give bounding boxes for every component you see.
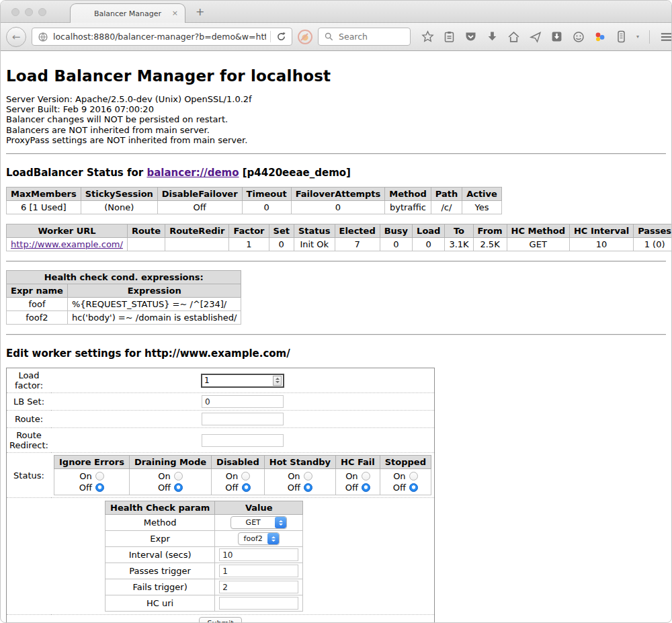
hc-header-row: Health Check param Value <box>106 501 303 515</box>
search-bar[interactable] <box>318 28 411 46</box>
cell-from: 2.5K <box>473 238 507 251</box>
zoom-window-button[interactable] <box>38 8 46 16</box>
hc-fails-row: Fails trigger) <box>106 579 303 595</box>
palette-addon-icon[interactable] <box>593 30 606 43</box>
reading-list-icon[interactable] <box>443 30 456 43</box>
on-label: On <box>226 470 238 482</box>
field-label: LB Set: <box>7 393 52 411</box>
new-tab-button[interactable]: + <box>196 5 204 18</box>
table-header-row: Worker URL Route RouteRedir Factor Set S… <box>7 224 672 238</box>
hc-fails-input[interactable] <box>219 581 298 593</box>
column-header: Ignore Errors <box>54 456 130 469</box>
close-window-button[interactable] <box>11 8 19 16</box>
bookmark-star-icon[interactable] <box>421 30 434 43</box>
load-factor-input[interactable] <box>202 376 273 385</box>
hc-expr-select[interactable]: foof2 <box>238 532 280 545</box>
menu-hamburger-icon[interactable] <box>660 30 672 43</box>
off-label: Off <box>345 482 358 493</box>
column-header: Elected <box>335 224 380 238</box>
status-draining-mode-cell: On Off <box>129 469 211 495</box>
cell-routeredir <box>165 238 229 251</box>
column-header: RouteRedir <box>165 224 229 238</box>
hc-interval-input[interactable] <box>219 548 298 561</box>
url-bar[interactable] <box>32 28 292 46</box>
radio-hc-fail-off[interactable] <box>362 483 370 492</box>
status-radio-row: On Off On Off On Off <box>54 469 431 495</box>
block-content-icon[interactable] <box>298 30 312 44</box>
globe-icon <box>36 30 49 43</box>
radio-draining-mode-on[interactable] <box>174 472 183 481</box>
selected-option: foof2 <box>239 534 267 543</box>
status-hot-standby-cell: On Off <box>264 469 335 495</box>
hc-passes-label: Passes trigger <box>106 563 215 579</box>
screenshot-icon[interactable] <box>550 30 563 43</box>
table-header-row: Expr name Expression <box>7 284 241 298</box>
radio-ignore-errors-off[interactable] <box>95 483 104 492</box>
hc-interval-row: Interval (secs) <box>106 547 303 563</box>
cell-stickysession: (None) <box>81 201 157 214</box>
hc-method-label: Method <box>106 515 215 531</box>
form-row-load-factor: Load factor: <box>7 368 435 393</box>
cell-path: /c/ <box>431 201 462 214</box>
tab-close-icon[interactable]: × <box>172 9 178 17</box>
table-row: http://www.example.com/ 1 0 Init Ok 7 0 … <box>7 238 672 251</box>
radio-ignore-errors-on[interactable] <box>95 472 104 481</box>
forum-smiley-icon[interactable] <box>572 30 585 43</box>
cell-hc-interval: 10 <box>569 238 633 251</box>
hc-uri-input[interactable] <box>219 597 298 610</box>
heading-prefix: LoadBalancer Status for <box>6 167 146 179</box>
tab-balancer-manager[interactable]: Balancer Manager × <box>70 3 185 23</box>
browser-window: Balancer Manager × + ← <box>0 0 672 623</box>
off-label: Off <box>225 482 238 493</box>
search-input[interactable] <box>339 32 399 42</box>
hc-method-row: Method GET <box>106 515 303 531</box>
lb-set-input[interactable] <box>202 395 284 408</box>
hc-passes-row: Passes trigger <box>106 563 303 579</box>
cell-busy: 0 <box>380 238 412 251</box>
balancer-demo-link[interactable]: balancer://demo <box>146 167 239 179</box>
column-header: Timeout <box>242 188 291 201</box>
cell-to: 3.1K <box>445 238 473 251</box>
worker-url-link[interactable]: http://www.example.com/ <box>11 239 123 249</box>
submit-button[interactable]: Submit <box>199 617 241 623</box>
radio-stopped-on[interactable] <box>409 472 418 481</box>
balancer-status-table: MaxMembers StickySession DisableFailover… <box>6 187 502 214</box>
field-label: Route: <box>7 411 52 428</box>
column-header: To <box>445 224 473 238</box>
container-addon-icon[interactable] <box>615 30 628 43</box>
chevron-down-icon[interactable]: ▾ <box>636 34 639 40</box>
cell-load: 0 <box>413 238 445 251</box>
send-tab-icon[interactable] <box>529 30 542 43</box>
back-button[interactable]: ← <box>6 27 26 47</box>
minimize-window-button[interactable] <box>25 8 33 16</box>
radio-hc-fail-on[interactable] <box>362 472 370 481</box>
server-built-line: Server Built: Feb 9 2016 07:00:20 <box>6 104 666 114</box>
cell-status: Init Ok <box>294 238 335 251</box>
status-hc-fail-cell: On Off <box>336 469 380 495</box>
radio-hot-standby-off[interactable] <box>304 483 312 492</box>
radio-disabled-off[interactable] <box>242 483 251 492</box>
number-spinner-icon[interactable] <box>273 376 282 386</box>
on-label: On <box>288 470 300 482</box>
pocket-icon[interactable] <box>464 30 477 43</box>
off-label: Off <box>288 482 300 493</box>
column-header: Health Check param <box>106 501 215 515</box>
load-factor-field-wrap <box>201 374 284 388</box>
hc-method-select[interactable]: GET <box>230 516 287 529</box>
window-controls <box>11 8 46 16</box>
radio-disabled-on[interactable] <box>241 472 250 481</box>
hc-passes-input[interactable] <box>219 565 298 577</box>
radio-stopped-off[interactable] <box>409 483 418 492</box>
radio-draining-mode-off[interactable] <box>174 483 183 492</box>
on-label: On <box>158 470 170 482</box>
hc-expr-label: Expr <box>106 531 215 547</box>
route-redirect-input[interactable] <box>202 434 284 447</box>
column-header: Disabled <box>212 456 265 469</box>
downloads-icon[interactable] <box>486 30 499 43</box>
home-icon[interactable] <box>507 30 520 43</box>
status-table: Ignore Errors Draining Mode Disabled Hot… <box>54 455 431 495</box>
route-input[interactable] <box>202 413 284 425</box>
reload-icon[interactable] <box>275 30 288 43</box>
url-input[interactable] <box>53 32 266 42</box>
radio-hot-standby-on[interactable] <box>304 472 312 481</box>
